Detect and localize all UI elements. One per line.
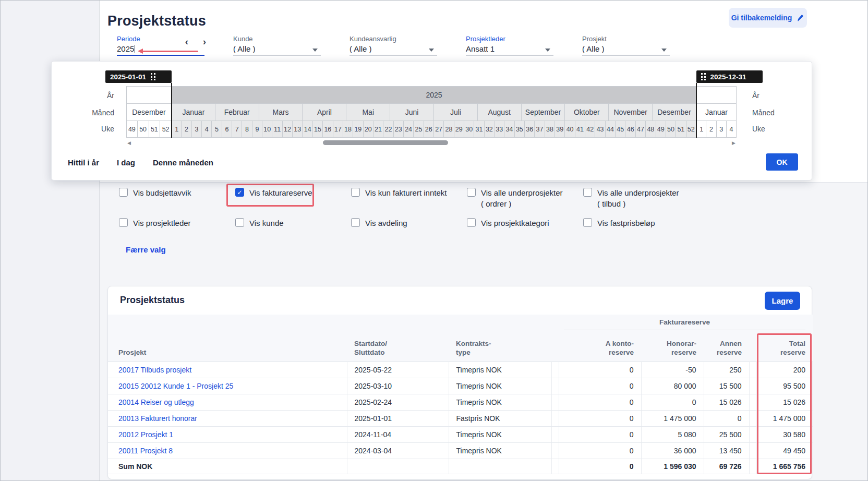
week-cell-51[interactable]: 51: [676, 121, 686, 138]
filter-value[interactable]: ( Alle ): [582, 44, 670, 56]
week-cell-1[interactable]: 1: [172, 121, 182, 138]
project-link[interactable]: 20013 Fakturert honorar: [118, 414, 197, 423]
year-cell-outside[interactable]: [126, 86, 172, 103]
next-period-chevron[interactable]: ›: [199, 36, 210, 47]
week-cell-46[interactable]: 46: [625, 121, 635, 138]
option-vis-alle-underprosjekter-tilbud[interactable]: Vis alle underprosjekter( tilbud ): [583, 188, 679, 209]
week-cell-25[interactable]: 25: [414, 121, 424, 138]
week-cell-36[interactable]: 36: [525, 121, 535, 138]
week-cell-42[interactable]: 42: [585, 121, 595, 138]
filter-prosjektleder[interactable]: ProsjektlederAnsatt 1: [466, 35, 553, 56]
week-cell-6[interactable]: 6: [222, 121, 232, 138]
week-cell-24[interactable]: 24: [404, 121, 414, 138]
week-cell-35[interactable]: 35: [515, 121, 525, 138]
ok-button[interactable]: OK: [766, 153, 798, 171]
month-cell-april[interactable]: April: [303, 103, 346, 121]
week-cell-16[interactable]: 16: [323, 121, 333, 138]
week-cell-4[interactable]: 4: [202, 121, 212, 138]
month-cell-oktober[interactable]: Oktober: [565, 103, 609, 121]
month-cell-mars[interactable]: Mars: [259, 103, 303, 121]
week-cell-50[interactable]: 50: [666, 121, 676, 138]
fewer-options-link[interactable]: Færre valg: [126, 245, 166, 254]
week-cell-28[interactable]: 28: [444, 121, 454, 138]
week-cell-22[interactable]: 22: [383, 121, 393, 138]
timeline-scrollbar[interactable]: ◀ ▶: [126, 140, 737, 146]
week-cell-9[interactable]: 9: [252, 121, 262, 138]
week-cell-15[interactable]: 15: [313, 121, 323, 138]
feedback-button[interactable]: Gi tilbakemelding: [729, 8, 807, 28]
project-link[interactable]: 20011 Prosjekt 8: [118, 447, 173, 455]
week-cell-40[interactable]: 40: [565, 121, 575, 138]
checkbox-vis-fastprisbelop[interactable]: [583, 218, 592, 227]
quick-button-hittil-i-ar[interactable]: Hittil i år: [68, 158, 99, 167]
project-link[interactable]: 20014 Reiser og utlegg: [118, 398, 194, 406]
week-cell-43[interactable]: 43: [595, 121, 605, 138]
project-link[interactable]: 20015 20012 Kunde 1 - Prosjekt 25: [118, 382, 233, 390]
week-cell-32[interactable]: 32: [485, 121, 495, 138]
month-cell-januar[interactable]: Januar: [172, 103, 215, 121]
filter-value[interactable]: ( Alle ): [233, 44, 321, 56]
week-cell-8[interactable]: 8: [242, 121, 252, 138]
week-cell-49[interactable]: 49: [656, 121, 666, 138]
option-vis-fastprisbelop[interactable]: Vis fastprisbeløp: [583, 218, 655, 228]
option-vis-budsjettavvik[interactable]: Vis budsjettavvik: [119, 188, 191, 198]
week-cell-13[interactable]: 13: [293, 121, 303, 138]
scroll-right-arrow-icon[interactable]: ▶: [732, 140, 736, 146]
month-cell-januar[interactable]: Januar: [696, 103, 737, 121]
quick-button-denne-maneden[interactable]: Denne måneden: [153, 158, 213, 167]
filter-prosjekt[interactable]: Prosjekt( Alle ): [582, 35, 670, 56]
week-cell-14[interactable]: 14: [303, 121, 312, 138]
checkbox-vis-alle-underprosjekter[interactable]: [583, 188, 592, 197]
quick-button-i-dag[interactable]: I dag: [117, 158, 135, 167]
checkbox-vis-prosjektkategori[interactable]: [467, 218, 476, 227]
week-cell-27[interactable]: 27: [434, 121, 444, 138]
checkbox-vis-prosjektleder[interactable]: [119, 218, 128, 227]
month-cell-august[interactable]: August: [478, 103, 522, 121]
option-vis-kunde[interactable]: Vis kunde: [235, 218, 284, 228]
week-cell-30[interactable]: 30: [464, 121, 474, 138]
week-cell-19[interactable]: 19: [353, 121, 363, 138]
week-cell-51[interactable]: 51: [149, 121, 161, 138]
project-link[interactable]: 20012 Prosjekt 1: [118, 430, 173, 439]
selection-end-boundary[interactable]: [696, 83, 697, 138]
week-cell-39[interactable]: 39: [555, 121, 565, 138]
week-cell-26[interactable]: 26: [424, 121, 434, 138]
week-cell-34[interactable]: 34: [504, 121, 514, 138]
week-cell-47[interactable]: 47: [636, 121, 646, 138]
week-cell-31[interactable]: 31: [474, 121, 484, 138]
checkbox-vis-kun-fakturert-inntekt[interactable]: [351, 188, 360, 197]
month-cell-juni[interactable]: Juni: [390, 103, 434, 121]
week-cell-7[interactable]: 7: [232, 121, 242, 138]
week-cell-3[interactable]: 3: [717, 121, 727, 138]
week-cell-5[interactable]: 5: [212, 121, 222, 138]
week-cell-2[interactable]: 2: [182, 121, 191, 138]
option-vis-alle-underprosjekter-ordrer[interactable]: Vis alle underprosjekter( ordrer ): [467, 188, 562, 209]
week-cell-52[interactable]: 52: [686, 121, 696, 138]
week-cell-48[interactable]: 48: [646, 121, 656, 138]
week-cell-3[interactable]: 3: [192, 121, 202, 138]
week-cell-50[interactable]: 50: [138, 121, 149, 138]
month-cell-februar[interactable]: Februar: [215, 103, 259, 121]
selection-start-boundary[interactable]: [171, 83, 172, 138]
week-cell-21[interactable]: 21: [373, 121, 383, 138]
week-cell-33[interactable]: 33: [495, 121, 504, 138]
filter-kunde[interactable]: Kunde( Alle ): [233, 35, 321, 56]
option-vis-avdeling[interactable]: Vis avdeling: [351, 218, 407, 228]
year-cell-outside[interactable]: [696, 86, 737, 103]
month-cell-juli[interactable]: Juli: [434, 103, 478, 121]
checkbox-vis-alle-underprosjekter[interactable]: [467, 188, 476, 197]
week-cell-49[interactable]: 49: [126, 121, 138, 138]
save-button[interactable]: Lagre: [765, 292, 800, 310]
previous-period-chevron[interactable]: ‹: [181, 36, 192, 47]
filter-kundeansvarlig[interactable]: Kundeansvarlig( Alle ): [349, 35, 437, 56]
month-cell-september[interactable]: September: [522, 103, 565, 121]
week-cell-38[interactable]: 38: [545, 121, 555, 138]
month-cell-desember[interactable]: Desember: [653, 103, 696, 121]
week-cell-11[interactable]: 11: [272, 121, 282, 138]
option-vis-fakturareserve[interactable]: ✓Vis fakturareserve: [235, 188, 312, 198]
scrollbar-thumb[interactable]: [323, 140, 448, 145]
week-cell-4[interactable]: 4: [727, 121, 737, 138]
week-cell-44[interactable]: 44: [606, 121, 616, 138]
week-cell-37[interactable]: 37: [535, 121, 545, 138]
option-vis-kun-fakturert-inntekt[interactable]: Vis kun fakturert inntekt: [351, 188, 447, 198]
